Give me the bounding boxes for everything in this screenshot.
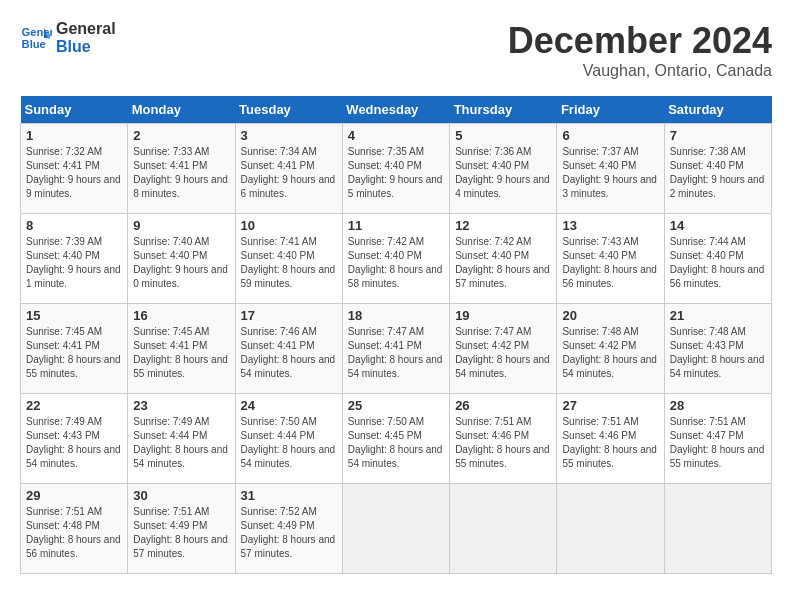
week-row-1: 1Sunrise: 7:32 AMSunset: 4:41 PMDaylight… — [21, 124, 772, 214]
calendar-cell: 16Sunrise: 7:45 AMSunset: 4:41 PMDayligh… — [128, 304, 235, 394]
day-number: 23 — [133, 398, 229, 413]
day-number: 28 — [670, 398, 766, 413]
day-number: 12 — [455, 218, 551, 233]
day-info: Sunrise: 7:44 AMSunset: 4:40 PMDaylight:… — [670, 235, 766, 291]
week-row-3: 15Sunrise: 7:45 AMSunset: 4:41 PMDayligh… — [21, 304, 772, 394]
calendar-cell: 3Sunrise: 7:34 AMSunset: 4:41 PMDaylight… — [235, 124, 342, 214]
day-number: 27 — [562, 398, 658, 413]
day-info: Sunrise: 7:51 AMSunset: 4:47 PMDaylight:… — [670, 415, 766, 471]
day-number: 8 — [26, 218, 122, 233]
calendar-cell: 2Sunrise: 7:33 AMSunset: 4:41 PMDaylight… — [128, 124, 235, 214]
day-info: Sunrise: 7:51 AMSunset: 4:46 PMDaylight:… — [455, 415, 551, 471]
header: General Blue General Blue December 2024 … — [20, 20, 772, 80]
day-info: Sunrise: 7:41 AMSunset: 4:40 PMDaylight:… — [241, 235, 337, 291]
day-info: Sunrise: 7:45 AMSunset: 4:41 PMDaylight:… — [133, 325, 229, 381]
day-info: Sunrise: 7:34 AMSunset: 4:41 PMDaylight:… — [241, 145, 337, 201]
day-info: Sunrise: 7:42 AMSunset: 4:40 PMDaylight:… — [348, 235, 444, 291]
day-info: Sunrise: 7:32 AMSunset: 4:41 PMDaylight:… — [26, 145, 122, 201]
day-number: 14 — [670, 218, 766, 233]
day-info: Sunrise: 7:52 AMSunset: 4:49 PMDaylight:… — [241, 505, 337, 561]
day-number: 2 — [133, 128, 229, 143]
day-info: Sunrise: 7:39 AMSunset: 4:40 PMDaylight:… — [26, 235, 122, 291]
day-number: 11 — [348, 218, 444, 233]
day-info: Sunrise: 7:51 AMSunset: 4:49 PMDaylight:… — [133, 505, 229, 561]
month-title: December 2024 — [508, 20, 772, 62]
calendar-cell: 21Sunrise: 7:48 AMSunset: 4:43 PMDayligh… — [664, 304, 771, 394]
location: Vaughan, Ontario, Canada — [508, 62, 772, 80]
day-number: 3 — [241, 128, 337, 143]
calendar-cell — [557, 484, 664, 574]
day-info: Sunrise: 7:45 AMSunset: 4:41 PMDaylight:… — [26, 325, 122, 381]
day-info: Sunrise: 7:49 AMSunset: 4:43 PMDaylight:… — [26, 415, 122, 471]
day-info: Sunrise: 7:37 AMSunset: 4:40 PMDaylight:… — [562, 145, 658, 201]
day-info: Sunrise: 7:51 AMSunset: 4:48 PMDaylight:… — [26, 505, 122, 561]
day-header-friday: Friday — [557, 96, 664, 124]
day-header-thursday: Thursday — [450, 96, 557, 124]
day-number: 7 — [670, 128, 766, 143]
calendar-cell: 22Sunrise: 7:49 AMSunset: 4:43 PMDayligh… — [21, 394, 128, 484]
day-number: 17 — [241, 308, 337, 323]
calendar-body: 1Sunrise: 7:32 AMSunset: 4:41 PMDaylight… — [21, 124, 772, 574]
day-info: Sunrise: 7:48 AMSunset: 4:43 PMDaylight:… — [670, 325, 766, 381]
day-info: Sunrise: 7:43 AMSunset: 4:40 PMDaylight:… — [562, 235, 658, 291]
calendar-cell: 31Sunrise: 7:52 AMSunset: 4:49 PMDayligh… — [235, 484, 342, 574]
calendar-cell: 11Sunrise: 7:42 AMSunset: 4:40 PMDayligh… — [342, 214, 449, 304]
day-info: Sunrise: 7:36 AMSunset: 4:40 PMDaylight:… — [455, 145, 551, 201]
day-header-wednesday: Wednesday — [342, 96, 449, 124]
calendar-cell: 28Sunrise: 7:51 AMSunset: 4:47 PMDayligh… — [664, 394, 771, 484]
day-info: Sunrise: 7:48 AMSunset: 4:42 PMDaylight:… — [562, 325, 658, 381]
calendar-cell — [342, 484, 449, 574]
day-number: 29 — [26, 488, 122, 503]
day-info: Sunrise: 7:33 AMSunset: 4:41 PMDaylight:… — [133, 145, 229, 201]
day-number: 31 — [241, 488, 337, 503]
calendar-cell: 30Sunrise: 7:51 AMSunset: 4:49 PMDayligh… — [128, 484, 235, 574]
calendar-cell: 15Sunrise: 7:45 AMSunset: 4:41 PMDayligh… — [21, 304, 128, 394]
day-header-saturday: Saturday — [664, 96, 771, 124]
title-area: December 2024 Vaughan, Ontario, Canada — [508, 20, 772, 80]
day-number: 15 — [26, 308, 122, 323]
calendar-cell: 17Sunrise: 7:46 AMSunset: 4:41 PMDayligh… — [235, 304, 342, 394]
day-number: 5 — [455, 128, 551, 143]
calendar-cell: 4Sunrise: 7:35 AMSunset: 4:40 PMDaylight… — [342, 124, 449, 214]
day-number: 24 — [241, 398, 337, 413]
calendar-cell: 26Sunrise: 7:51 AMSunset: 4:46 PMDayligh… — [450, 394, 557, 484]
day-info: Sunrise: 7:42 AMSunset: 4:40 PMDaylight:… — [455, 235, 551, 291]
svg-text:Blue: Blue — [22, 37, 46, 49]
day-number: 4 — [348, 128, 444, 143]
day-number: 10 — [241, 218, 337, 233]
day-info: Sunrise: 7:51 AMSunset: 4:46 PMDaylight:… — [562, 415, 658, 471]
day-number: 26 — [455, 398, 551, 413]
day-number: 16 — [133, 308, 229, 323]
calendar-table: SundayMondayTuesdayWednesdayThursdayFrid… — [20, 96, 772, 574]
logo-blue: Blue — [56, 38, 116, 56]
calendar-cell: 24Sunrise: 7:50 AMSunset: 4:44 PMDayligh… — [235, 394, 342, 484]
day-info: Sunrise: 7:50 AMSunset: 4:44 PMDaylight:… — [241, 415, 337, 471]
calendar-cell: 25Sunrise: 7:50 AMSunset: 4:45 PMDayligh… — [342, 394, 449, 484]
logo: General Blue General Blue — [20, 20, 116, 55]
calendar-cell: 6Sunrise: 7:37 AMSunset: 4:40 PMDaylight… — [557, 124, 664, 214]
calendar-cell: 12Sunrise: 7:42 AMSunset: 4:40 PMDayligh… — [450, 214, 557, 304]
calendar-cell: 10Sunrise: 7:41 AMSunset: 4:40 PMDayligh… — [235, 214, 342, 304]
day-number: 6 — [562, 128, 658, 143]
calendar-cell — [450, 484, 557, 574]
day-header-sunday: Sunday — [21, 96, 128, 124]
day-info: Sunrise: 7:47 AMSunset: 4:42 PMDaylight:… — [455, 325, 551, 381]
day-header-tuesday: Tuesday — [235, 96, 342, 124]
day-number: 19 — [455, 308, 551, 323]
day-info: Sunrise: 7:47 AMSunset: 4:41 PMDaylight:… — [348, 325, 444, 381]
day-info: Sunrise: 7:46 AMSunset: 4:41 PMDaylight:… — [241, 325, 337, 381]
day-number: 13 — [562, 218, 658, 233]
calendar-cell: 13Sunrise: 7:43 AMSunset: 4:40 PMDayligh… — [557, 214, 664, 304]
day-number: 18 — [348, 308, 444, 323]
calendar-cell: 18Sunrise: 7:47 AMSunset: 4:41 PMDayligh… — [342, 304, 449, 394]
day-number: 30 — [133, 488, 229, 503]
day-header-monday: Monday — [128, 96, 235, 124]
week-row-2: 8Sunrise: 7:39 AMSunset: 4:40 PMDaylight… — [21, 214, 772, 304]
calendar-cell: 1Sunrise: 7:32 AMSunset: 4:41 PMDaylight… — [21, 124, 128, 214]
day-number: 21 — [670, 308, 766, 323]
day-number: 9 — [133, 218, 229, 233]
calendar-cell — [664, 484, 771, 574]
calendar-cell: 14Sunrise: 7:44 AMSunset: 4:40 PMDayligh… — [664, 214, 771, 304]
day-info: Sunrise: 7:38 AMSunset: 4:40 PMDaylight:… — [670, 145, 766, 201]
day-info: Sunrise: 7:40 AMSunset: 4:40 PMDaylight:… — [133, 235, 229, 291]
